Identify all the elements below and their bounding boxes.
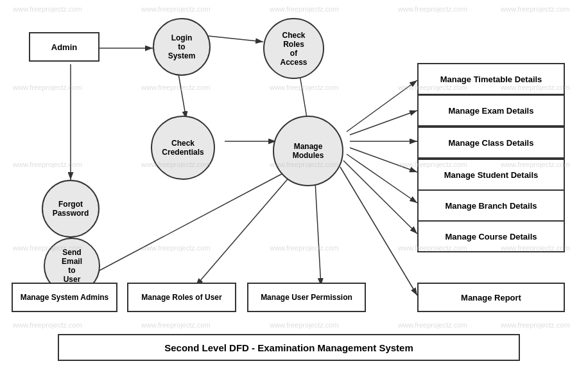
svg-line-9 (196, 170, 295, 286)
manage-report-box: Manage Report (417, 283, 565, 312)
manage-student-box: Manage Student Details (417, 159, 565, 191)
manage-roles-box: Manage Roles of User (127, 283, 236, 312)
svg-line-10 (315, 170, 321, 286)
manage-course-box: Manage Course Details (417, 220, 565, 252)
check-credentials-circle: Check Credentials (151, 116, 215, 180)
svg-line-2 (202, 35, 263, 42)
diagram-title-box: Second Level DFD - Examination Managemen… (58, 334, 520, 361)
svg-line-17 (340, 167, 417, 295)
manage-timetable-box: Manage Timetable Details (417, 63, 565, 95)
svg-line-16 (343, 161, 417, 234)
svg-line-4 (178, 74, 186, 119)
svg-line-15 (347, 154, 417, 203)
manage-user-permission-box: Manage User Permission (247, 283, 366, 312)
login-circle: Login to System (153, 18, 211, 76)
diagram-container: Admin Login to System Check Roles of Acc… (6, 6, 582, 363)
svg-line-8 (71, 170, 289, 286)
forgot-password-circle: Forgot Password (42, 180, 99, 238)
manage-system-admins-box: Manage System Admins (12, 283, 117, 312)
check-roles-circle: Check Roles of Access (263, 18, 324, 79)
manage-modules-circle: Manage Modules (273, 116, 343, 186)
admin-box: Admin (29, 32, 99, 62)
manage-class-box: Manage Class Details (417, 127, 565, 159)
svg-line-11 (347, 80, 417, 132)
svg-line-14 (350, 148, 417, 172)
svg-line-12 (350, 110, 417, 135)
manage-exam-box: Manage Exam Details (417, 94, 565, 127)
manage-branch-box: Manage Branch Details (417, 189, 565, 222)
